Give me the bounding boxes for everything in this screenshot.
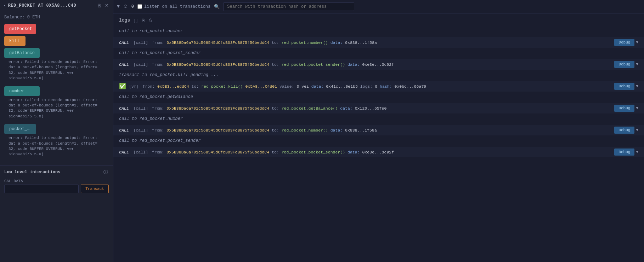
kill-button[interactable]: kill [4, 36, 26, 46]
call-from-addr-1: 0x5B38Da6a701c568545dCfcB03FcB875f56bedd… [166, 40, 272, 45]
call-from-label-2: from: [152, 62, 164, 67]
call-to-method-5: red_pocket.pocket_sender() [282, 150, 348, 155]
call-data-key-2: data: [348, 62, 360, 67]
debug-button-4[interactable]: Debug [614, 127, 634, 134]
log-info-1: call to red_pocket.number [113, 27, 644, 36]
get-pocket-button[interactable]: getPocket [4, 24, 36, 34]
call-data-val-2: 0xe3e...3c92f [362, 62, 394, 67]
vm-hash-val-1: 0x0bc...96a79 [395, 84, 426, 89]
chevron-right-3[interactable]: ▼ [636, 106, 638, 110]
pocket-sender-button[interactable]: pocket_sende [4, 124, 36, 134]
transact-button[interactable]: Transact [81, 185, 109, 193]
call-from-addr-4: 0x5B38Da6a701c568545dCfcB03FcB875f56bedd… [166, 128, 272, 133]
left-panel: ▾ RED_POCKET AT 0X5A8...C4D ⎘ ✕ Balance:… [0, 0, 113, 262]
contract-title: RED_POCKET AT 0X5A8...C4D [8, 3, 77, 8]
logs-copy-icon[interactable]: ⎘ [141, 17, 145, 24]
debug-button-3[interactable]: Debug [614, 105, 634, 112]
low-level-info-button[interactable]: ⓘ [103, 168, 109, 176]
chevron-right-5[interactable]: ▼ [636, 150, 638, 154]
number-button[interactable]: number [4, 86, 40, 96]
low-level-section: Low level interactions ⓘ CALLDATA Transa… [0, 165, 113, 196]
vm-bracket-1: [vm] [129, 84, 139, 89]
call-from-label-1: from: [152, 40, 164, 45]
pocket-sender-group: pocket_sende error: Failed to decode out… [4, 124, 109, 160]
low-level-title: Low level interactions [4, 170, 60, 175]
logs-download-icon[interactable]: ⎙ [148, 17, 152, 24]
call-type-4: CALL [119, 128, 129, 133]
call-from-label-4: from: [152, 128, 164, 133]
vm-data-val-1: 0x41c...0e1b5 [326, 84, 360, 89]
log-call-row-4: CALL [call] from: 0x5B38Da6a701c568545dC… [113, 125, 644, 135]
listen-checkbox[interactable] [137, 4, 142, 9]
top-bar: ▼ ⏲ 0 listen on all transactions 🔍 [113, 0, 644, 13]
call-bracket-5: [call] [134, 150, 148, 155]
pocket-sender-error: error: Failed to decode output: Error: d… [4, 134, 109, 160]
debug-button-5[interactable]: Debug [614, 149, 634, 156]
counter-badge: 0 [131, 4, 134, 9]
log-info-5: call to red_pocket.number [113, 114, 644, 124]
call-type-3: CALL [119, 106, 129, 111]
vm-row-1: ✅ [vm] from: 0x5B3...eddC4 to: red_pocke… [113, 81, 644, 92]
log-call-content-2: CALL [call] from: 0x5B38Da6a701c568545dC… [119, 62, 611, 67]
error-text-3: error: Failed to decode output: Error: d… [9, 136, 97, 156]
call-type-1: CALL [119, 40, 129, 45]
log-call-row-3: CALL [call] from: 0x5B38Da6a701c568545dC… [113, 103, 644, 113]
chevron-right-4[interactable]: ▼ [636, 128, 638, 132]
vm-logs-label-1: logs: [360, 84, 373, 89]
vm-value-val-1: 0 vei [296, 84, 311, 89]
call-to-label-3: to: [272, 106, 279, 111]
vm-to-label-1: to: [192, 84, 199, 89]
call-bracket-3: [call] [134, 106, 148, 111]
call-bracket-4: [call] [134, 128, 148, 133]
get-balance-group: getBalance error: Failed to decode outpu… [4, 48, 109, 84]
debug-button-1[interactable]: Debug [614, 39, 634, 46]
clock-icon: ⏲ [123, 4, 128, 9]
logs-bracket-icon[interactable]: [ ] [133, 17, 138, 24]
collapse-icon[interactable]: ▼ [117, 4, 120, 9]
chevron-right-1[interactable]: ▼ [636, 40, 638, 45]
log-call-content-4: CALL [call] from: 0x5B38Da6a701c568545dC… [119, 128, 611, 133]
call-data-val-5: 0xe3e...3c92f [362, 150, 394, 155]
call-from-addr-2: 0x5B38Da6a701c568545dCfcB03FcB875f56bedd… [166, 62, 272, 67]
debug-button-vm-1[interactable]: Debug [614, 83, 634, 90]
call-from-label-3: from: [152, 106, 164, 111]
logs-label: logs [119, 18, 130, 23]
log-info-4: call to red_pocket.getBalance [113, 92, 644, 102]
call-from-addr-5: 0x5B38Da6a701c568545dCfcB03FcB875f56bedd… [166, 150, 272, 155]
chevron-right-2[interactable]: ▼ [636, 62, 638, 66]
log-info-3: transact to red_pocket.kill pending ... [113, 70, 644, 80]
log-info-text-6: call to red_pocket.pocket_sender [119, 138, 638, 145]
low-level-header: Low level interactions ⓘ [4, 168, 109, 176]
log-info-text-2: call to red_pocket.pocket_sender [119, 50, 638, 57]
debug-button-2[interactable]: Debug [614, 61, 634, 68]
get-balance-error: error: Failed to decode output: Error: d… [4, 58, 109, 84]
vm-content-1: [vm] from: 0x5B3...eddC4 to: red_pocket.… [129, 84, 611, 89]
log-info-text-5: call to red_pocket.number [119, 116, 638, 123]
left-header-icons: ⎘ ✕ [97, 2, 109, 9]
call-to-label-2: to: [272, 62, 279, 67]
log-info-text-4: call to red_pocket.getBalance [119, 94, 638, 101]
call-data-key-4: data: [331, 128, 343, 133]
call-to-label-5: to: [272, 150, 279, 155]
listen-checkbox-area: listen on all transactions [137, 4, 210, 9]
debug-group-2: Debug ▼ [611, 61, 638, 68]
balance-text: Balance: 0 ETH [4, 15, 40, 20]
log-info-text-1: call to red_pocket.number [119, 28, 638, 35]
chevron-down-icon[interactable]: ▾ [4, 3, 6, 8]
call-data-val-3: 0x120...65fe0 [355, 106, 387, 111]
logs-header: logs [ ] ⎘ ⎙ [113, 16, 644, 27]
search-input[interactable] [223, 2, 354, 11]
error-text-1: error: Failed to decode output: Error: d… [9, 60, 97, 80]
search-icon[interactable]: 🔍 [214, 4, 220, 9]
debug-group-1: Debug ▼ [611, 39, 638, 46]
log-call-content-1: CALL [call] from: 0x5B38Da6a701c568545dC… [119, 40, 611, 45]
call-to-method-2: red_pocket.pocket_sender() [282, 62, 348, 67]
number-error: error: Failed to decode output: Error: d… [4, 96, 109, 122]
chevron-right-vm-1[interactable]: ▼ [636, 84, 638, 88]
copy-button[interactable]: ⎘ [97, 2, 101, 9]
close-button[interactable]: ✕ [104, 2, 109, 9]
error-text-2: error: Failed to decode output: Error: d… [9, 98, 97, 118]
calldata-input[interactable] [4, 185, 79, 193]
get-balance-button[interactable]: getBalance [4, 48, 40, 58]
contract-buttons: getPocket kill getBalance error: Failed … [0, 22, 113, 162]
